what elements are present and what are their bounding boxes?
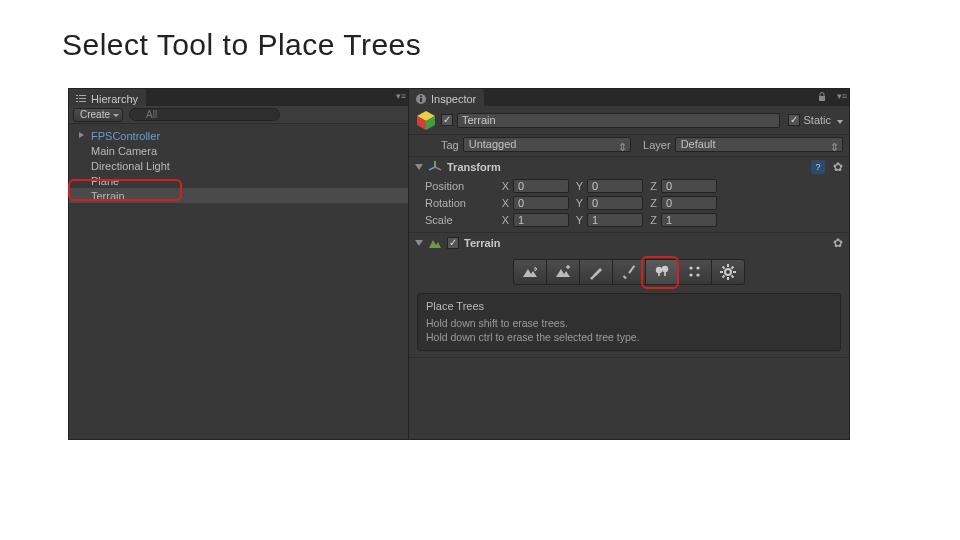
foldout-icon[interactable] xyxy=(415,164,423,170)
hierarchy-item-fpscontroller[interactable]: FPSController xyxy=(69,128,408,143)
static-dropdown-icon[interactable] xyxy=(834,114,843,126)
transform-icon xyxy=(428,160,442,174)
axis-z-label: Z xyxy=(647,180,657,192)
unity-editor-panel: Hierarchy ▾≡ Create FPSController Main C… xyxy=(68,88,850,440)
terrain-tool-paint-height[interactable] xyxy=(546,259,580,285)
rotation-z-input[interactable] xyxy=(661,196,717,210)
hierarchy-item-label: Terrain xyxy=(91,190,125,202)
svg-rect-19 xyxy=(658,272,660,276)
hierarchy-item-label: Directional Light xyxy=(91,160,170,172)
paintbrush-icon xyxy=(620,263,638,281)
chevron-updown-icon: ⇕ xyxy=(618,141,627,154)
inspector-panel: Inspector ▾≡ ✓ ✓ Static Tag Untagged xyxy=(409,88,850,440)
help-icon[interactable]: ? xyxy=(811,160,825,174)
gear-icon[interactable]: ✿ xyxy=(833,160,843,174)
field-label: Position xyxy=(415,180,495,192)
scale-z-input[interactable] xyxy=(661,213,717,227)
axis-y-label: Y xyxy=(573,180,583,192)
position-x-input[interactable] xyxy=(513,179,569,193)
inspector-tab-label: Inspector xyxy=(431,93,476,105)
hierarchy-list: FPSController Main Camera Directional Li… xyxy=(69,124,408,207)
tag-dropdown[interactable]: Untagged ⇕ xyxy=(463,137,631,152)
field-label: Rotation xyxy=(415,197,495,209)
hierarchy-tab-menu-icon[interactable]: ▾≡ xyxy=(396,91,406,101)
terrain-tool-place-trees[interactable] xyxy=(645,259,679,285)
hierarchy-item-label: FPSController xyxy=(91,130,160,142)
svg-point-22 xyxy=(689,266,692,269)
svg-rect-21 xyxy=(664,271,666,276)
gameobject-cube-icon xyxy=(415,109,437,131)
hierarchy-item-plane[interactable]: Plane xyxy=(69,173,408,188)
create-button[interactable]: Create xyxy=(73,108,123,122)
terrain-tool-smooth[interactable] xyxy=(579,259,613,285)
position-z-input[interactable] xyxy=(661,179,717,193)
gameobject-name-input[interactable] xyxy=(457,113,780,128)
svg-marker-12 xyxy=(429,240,441,248)
gear-icon[interactable]: ✿ xyxy=(833,236,843,250)
terrain-tool-paint-details[interactable] xyxy=(678,259,712,285)
lock-icon[interactable] xyxy=(817,92,827,102)
terrain-help-box: Place Trees Hold down shift to erase tre… xyxy=(417,293,841,351)
position-y-input[interactable] xyxy=(587,179,643,193)
svg-rect-3 xyxy=(420,98,422,102)
axis-x-label: X xyxy=(499,197,509,209)
svg-line-10 xyxy=(435,167,441,170)
terrain-component: ✓ Terrain ✿ xyxy=(409,233,849,358)
terrain-enabled-checkbox[interactable]: ✓ xyxy=(447,237,459,249)
terrain-tool-strip xyxy=(409,253,849,293)
svg-rect-4 xyxy=(420,95,422,97)
trees-icon xyxy=(653,263,671,281)
inspector-tab-menu-icon[interactable]: ▾≡ xyxy=(837,91,847,101)
inspector-tab[interactable]: Inspector xyxy=(409,89,484,106)
svg-line-33 xyxy=(723,276,725,278)
expand-arrow-icon[interactable] xyxy=(79,132,84,138)
gameobject-enabled-checkbox[interactable]: ✓ xyxy=(441,114,453,126)
mountain-flat-icon xyxy=(554,263,572,281)
hierarchy-search-wrap xyxy=(129,108,404,121)
svg-line-32 xyxy=(732,276,734,278)
brush-icon xyxy=(587,263,605,281)
axis-x-label: X xyxy=(499,214,509,226)
hierarchy-toolbar: Create xyxy=(69,106,408,124)
hierarchy-tab[interactable]: Hierarchy xyxy=(69,89,146,106)
hierarchy-item-directional-light[interactable]: Directional Light xyxy=(69,158,408,173)
terrain-header[interactable]: ✓ Terrain ✿ xyxy=(409,233,849,253)
help-line-1: Hold down shift to erase trees. xyxy=(426,316,832,330)
axis-x-label: X xyxy=(499,180,509,192)
axis-y-label: Y xyxy=(573,214,583,226)
rotation-y-input[interactable] xyxy=(587,196,643,210)
transform-position-row: Position X Y Z xyxy=(415,177,843,194)
transform-header[interactable]: Transform ? ✿ xyxy=(409,157,849,177)
svg-line-31 xyxy=(723,267,725,269)
static-checkbox[interactable]: ✓ xyxy=(788,114,800,126)
transform-rotation-row: Rotation X Y Z xyxy=(415,194,843,211)
svg-marker-14 xyxy=(556,269,570,277)
svg-point-23 xyxy=(696,266,699,269)
svg-rect-5 xyxy=(819,96,825,101)
svg-line-11 xyxy=(429,167,435,170)
terrain-tool-paint-texture[interactable] xyxy=(612,259,646,285)
help-title: Place Trees xyxy=(426,300,832,312)
hierarchy-item-terrain[interactable]: Terrain xyxy=(69,188,408,203)
foldout-icon[interactable] xyxy=(415,240,423,246)
layer-dropdown[interactable]: Default ⇕ xyxy=(675,137,843,152)
transform-scale-row: Scale X Y Z xyxy=(415,211,843,228)
terrain-tool-settings[interactable] xyxy=(711,259,745,285)
hierarchy-item-main-camera[interactable]: Main Camera xyxy=(69,143,408,158)
terrain-tool-raise-lower[interactable] xyxy=(513,259,547,285)
scale-y-input[interactable] xyxy=(587,213,643,227)
hierarchy-panel: Hierarchy ▾≡ Create FPSController Main C… xyxy=(68,88,409,440)
flowers-icon xyxy=(686,263,704,281)
hierarchy-search-input[interactable] xyxy=(129,108,280,121)
axis-y-label: Y xyxy=(573,197,583,209)
gear-icon xyxy=(719,263,737,281)
rotation-x-input[interactable] xyxy=(513,196,569,210)
static-label: Static xyxy=(803,114,831,126)
svg-line-34 xyxy=(732,267,734,269)
tag-label: Tag xyxy=(441,139,459,151)
mountain-up-icon xyxy=(521,263,539,281)
scale-x-input[interactable] xyxy=(513,213,569,227)
static-toggle-group: ✓ Static xyxy=(788,114,843,126)
layer-value: Default xyxy=(681,138,716,150)
hierarchy-item-label: Plane xyxy=(91,175,119,187)
